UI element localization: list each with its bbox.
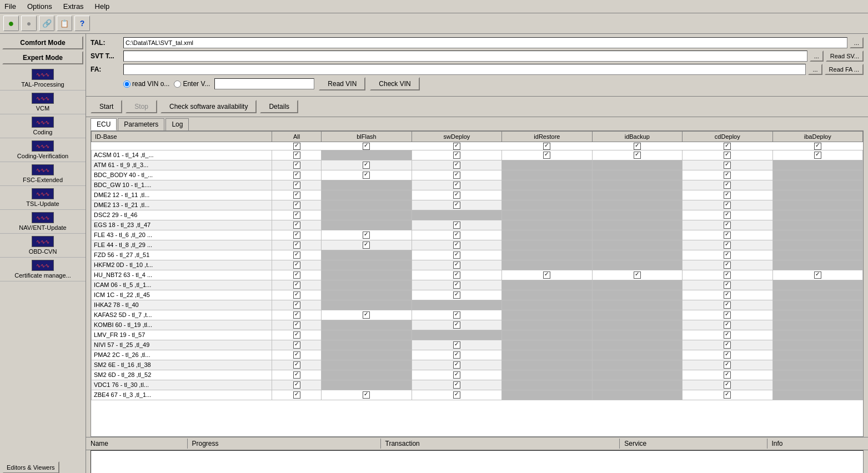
cell-idbackup[interactable] [592,340,682,350]
vin-input[interactable] [214,78,314,89]
cell-ibadeploy[interactable] [772,180,862,190]
cell-all[interactable] [272,300,321,310]
cell-all[interactable] [272,380,321,390]
cell-cddeploy[interactable] [683,290,772,300]
cell-idbackup[interactable] [592,190,682,200]
cell-idbackup[interactable] [592,150,682,160]
cell-blflash[interactable] [322,320,412,330]
cell-idbackup[interactable] [592,330,682,340]
cell-idbackup[interactable] [592,390,682,400]
stop-button[interactable]: ● [21,16,37,31]
cell-swdeploy[interactable] [412,180,501,190]
idrestore-header-cb[interactable] [543,143,550,150]
cell-idrestore[interactable] [502,180,592,190]
cell-idrestore[interactable] [502,350,592,360]
cell-swdeploy[interactable] [412,280,501,290]
cell-swdeploy[interactable] [412,260,501,270]
ecu-table-wrapper[interactable]: ID-Base All blFlash swDeploy idRestore i… [91,131,863,436]
cell-swdeploy[interactable] [412,350,501,360]
cell-idbackup[interactable] [592,280,682,290]
editors-viewers-button[interactable]: Editors & Viewers [2,461,59,473]
cell-ibadeploy[interactable] [772,240,862,250]
cell-cddeploy[interactable] [683,310,772,320]
cell-swdeploy[interactable] [412,240,501,250]
sidebar-item-coding[interactable]: Coding [0,114,86,138]
cell-blflash[interactable] [322,380,412,390]
comfort-mode-button[interactable]: Comfort Mode [2,36,83,49]
cell-blflash[interactable] [322,350,412,360]
cell-cddeploy[interactable] [683,230,772,240]
cell-idrestore[interactable] [502,300,592,310]
cell-idrestore[interactable] [502,150,592,160]
cell-all[interactable] [272,290,321,300]
cell-cddeploy[interactable] [683,150,772,160]
cell-idrestore[interactable] [502,240,592,250]
cell-ibadeploy[interactable] [772,380,862,390]
tab-ecu[interactable]: ECU [91,118,117,130]
col-cddeploy[interactable]: cdDeploy [683,132,772,142]
col-blflash[interactable]: blFlash [322,132,412,142]
cell-ibadeploy[interactable] [772,250,862,260]
cell-swdeploy[interactable] [412,220,501,230]
cell-blflash[interactable] [322,330,412,340]
cell-cddeploy[interactable] [683,220,772,230]
cell-idbackup[interactable] [592,210,682,220]
cell-ibadeploy[interactable] [772,300,862,310]
cell-blflash[interactable] [322,370,412,380]
cell-swdeploy[interactable] [412,250,501,260]
cell-cddeploy[interactable] [683,320,772,330]
cell-blflash[interactable] [322,290,412,300]
cell-all[interactable] [272,170,321,180]
cell-swdeploy[interactable] [412,210,501,220]
sidebar-item-nav-ent-update[interactable]: NAV/ENT-Update [0,210,86,234]
col-idbackup[interactable]: idBackup [592,132,682,142]
cell-cddeploy[interactable] [683,330,772,340]
cell-all[interactable] [272,180,321,190]
cell-ibadeploy[interactable] [772,220,862,230]
cell-all[interactable] [272,340,321,350]
cell-ibadeploy[interactable] [772,320,862,330]
col-id-base[interactable]: ID-Base [92,132,272,142]
cell-blflash[interactable] [322,150,412,160]
connect-button[interactable]: 🔗 [39,16,54,31]
cell-cddeploy[interactable] [683,340,772,350]
cell-cddeploy[interactable] [683,280,772,290]
cell-all[interactable] [272,350,321,360]
cell-idbackup[interactable] [592,350,682,360]
cddeploy-header-cb[interactable] [724,143,731,150]
svt-input[interactable] [123,51,807,62]
cell-cddeploy[interactable] [683,180,772,190]
cell-blflash[interactable] [322,170,412,180]
tab-parameters[interactable]: Parameters [118,118,164,130]
cell-ibadeploy[interactable] [772,190,862,200]
cell-idrestore[interactable] [502,250,592,260]
enter-vin-radio[interactable] [174,80,181,88]
cell-swdeploy[interactable] [412,270,501,280]
cell-cddeploy[interactable] [683,260,772,270]
sidebar-item-coding-verification[interactable]: Coding-Verification [0,138,86,162]
read-vin-button[interactable]: Read VIN [319,77,365,90]
clipboard-button[interactable]: 📋 [57,16,72,31]
sidebar-item-fsc-extended[interactable]: FSC-Extended [0,162,86,186]
cell-idrestore[interactable] [502,160,592,170]
cell-all[interactable] [272,160,321,170]
cell-ibadeploy[interactable] [772,270,862,280]
cell-blflash[interactable] [322,160,412,170]
cell-all[interactable] [272,210,321,220]
swdeploy-header-cb[interactable] [453,143,460,150]
cell-idrestore[interactable] [502,340,592,350]
cell-blflash[interactable] [322,270,412,280]
tal-input[interactable] [123,37,847,48]
cell-blflash[interactable] [322,280,412,290]
cell-ibadeploy[interactable] [772,370,862,380]
sidebar-item-tsl-update[interactable]: TSL-Update [0,186,86,210]
blflash-header-cb[interactable] [363,143,370,150]
cell-idrestore[interactable] [502,360,592,370]
cell-idrestore[interactable] [502,260,592,270]
cell-cddeploy[interactable] [683,200,772,210]
cell-cddeploy[interactable] [683,350,772,360]
cell-idbackup[interactable] [592,240,682,250]
cell-swdeploy[interactable] [412,200,501,210]
cell-swdeploy[interactable] [412,160,501,170]
cell-idbackup[interactable] [592,300,682,310]
